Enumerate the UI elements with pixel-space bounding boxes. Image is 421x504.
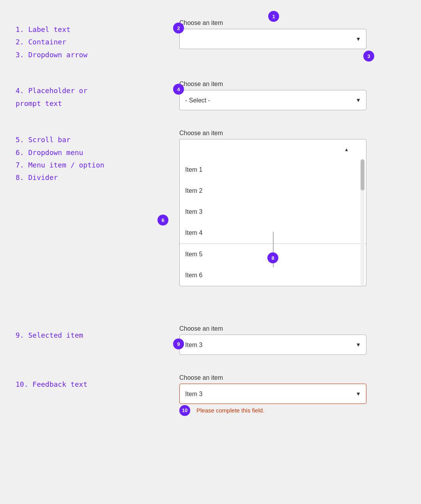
section-2-row: 4. Placeholder or prompt text Choose an …	[16, 81, 405, 110]
section-2-select[interactable]: - Select - Item 1 Item 2 Item 3	[179, 90, 366, 110]
badge-4: 4	[173, 84, 184, 95]
section-4-select[interactable]: - Select - Item 1 Item 2 Item 3	[179, 335, 366, 355]
badge-1: 1	[268, 11, 279, 22]
badge-8: 8	[267, 252, 278, 263]
section-3-menu: Item 1 Item 2 Item 3 7	[179, 159, 366, 286]
section-4-right: Choose an item 9 - Select - Item 1 Item …	[179, 325, 405, 355]
section-4-dropdown-label: Choose an item	[179, 325, 405, 332]
section-3-row: 5. Scroll bar 6. Dropdown menu 7. Menu i…	[16, 130, 405, 286]
section-3-trigger[interactable]: ▲	[179, 139, 366, 159]
section-1-labels: 1. Label text 2. Container 3. Dropdown a…	[16, 19, 179, 61]
section-5-dropdown-container: - Select - Item 1 Item 2 Item 3 ▼	[179, 384, 366, 404]
section-2-labels: 4. Placeholder or prompt text	[16, 81, 179, 110]
label-8: 8. Divider	[16, 171, 179, 184]
menu-item-3[interactable]: Item 3 7	[180, 201, 366, 222]
badge-6: 6	[157, 215, 168, 226]
section-2-dropdown-label: Choose an item	[179, 81, 405, 88]
menu-item-6[interactable]: Item 6	[180, 265, 366, 286]
feedback-message: Please complete this field.	[196, 407, 264, 414]
label-4a: 4. Placeholder or	[16, 85, 179, 97]
badge-3: 3	[363, 51, 374, 62]
badge-2: 2	[173, 23, 184, 33]
label-2: 2. Container	[16, 36, 179, 48]
menu-item-2[interactable]: Item 2	[180, 180, 366, 201]
label-3: 3. Dropdown arrow	[16, 49, 179, 61]
menu-item-1[interactable]: Item 1	[180, 159, 366, 180]
section-1-dropdown-container: Item 1 Item 2 Item 3 ▼ 3	[179, 29, 366, 49]
label-10: 10. Feedback text	[16, 378, 179, 391]
section-1-dropdown-label: Choose an item	[179, 19, 405, 26]
feedback-text-row: 10 Please complete this field.	[179, 407, 405, 414]
section-1-select[interactable]: Item 1 Item 2 Item 3	[179, 29, 366, 49]
section-2-dropdown-container: - Select - Item 1 Item 2 Item 3 ▼	[179, 90, 366, 110]
section-1-row: 1. Label text 2. Container 3. Dropdown a…	[16, 19, 405, 61]
section-4-labels: 9. Selected item	[16, 325, 179, 342]
label-1: 1. Label text	[16, 23, 179, 36]
menu-items-wrapper: Item 1 Item 2 Item 3 7	[180, 159, 366, 286]
badge-10: 10	[179, 405, 190, 416]
section-5-labels: 10. Feedback text	[16, 374, 179, 391]
section-2-right: Choose an item 4 - Select - Item 1 Item …	[179, 81, 405, 110]
label-4b: prompt text	[16, 97, 179, 110]
page-container: 1. Label text 2. Container 3. Dropdown a…	[0, 12, 421, 441]
badge-9: 9	[173, 338, 184, 349]
section-3-dropdown-label: Choose an item	[179, 130, 405, 137]
section-5-row: 10. Feedback text Choose an item - Selec…	[16, 374, 405, 414]
scroll-track[interactable]	[361, 159, 364, 286]
section-3-right: Choose an item ▲ Item 1	[179, 130, 405, 286]
section-4-dropdown-container: - Select - Item 1 Item 2 Item 3 ▼	[179, 335, 366, 355]
label-6: 6. Dropdown menu	[16, 146, 179, 159]
label-9: 9. Selected item	[16, 329, 179, 342]
section-5-right: Choose an item - Select - Item 1 Item 2 …	[179, 374, 405, 414]
label-7: 7. Menu item / option	[16, 159, 179, 171]
label-5: 5. Scroll bar	[16, 134, 179, 146]
section-4-row: 9. Selected item Choose an item 9 - Sele…	[16, 325, 405, 355]
scroll-thumb[interactable]	[361, 159, 364, 190]
section-5-dropdown-label: Choose an item	[179, 374, 405, 381]
section-3-labels: 5. Scroll bar 6. Dropdown menu 7. Menu i…	[16, 130, 179, 184]
dropdown-open-arrow-icon: ▲	[344, 147, 349, 152]
section-3-open-dropdown: ▲ Item 1 Item 2	[179, 139, 366, 286]
section-5-select[interactable]: - Select - Item 1 Item 2 Item 3	[179, 384, 366, 404]
divider-wrapper: 8	[180, 243, 366, 244]
section-1-right: 1 Choose an item 2 Item 1 Item 2 Item 3 …	[179, 19, 405, 49]
